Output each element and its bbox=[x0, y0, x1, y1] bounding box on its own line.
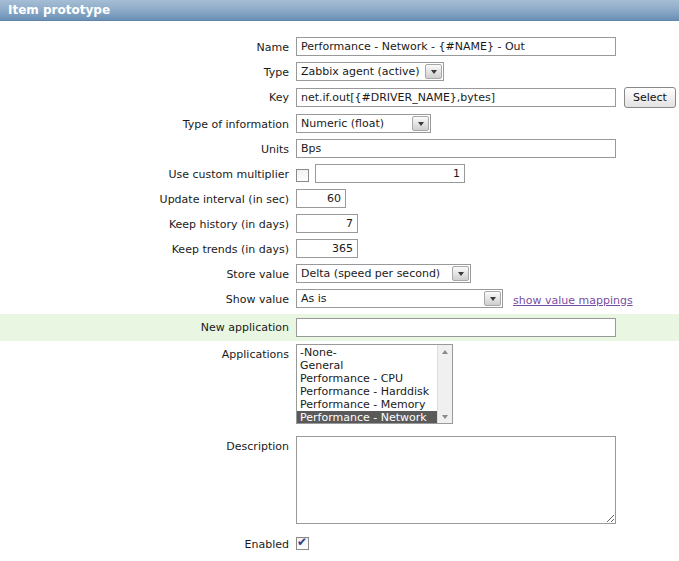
name-input[interactable] bbox=[296, 37, 616, 56]
keep-trends-input[interactable] bbox=[296, 239, 358, 258]
dropdown-arrow-icon[interactable] bbox=[484, 291, 501, 306]
key-input[interactable] bbox=[296, 88, 616, 107]
type-of-information-select[interactable]: Numeric (float) bbox=[296, 114, 431, 133]
key-label: Key bbox=[0, 87, 296, 104]
dropdown-arrow-icon[interactable] bbox=[425, 64, 442, 79]
show-value-select-value: As is bbox=[297, 290, 483, 307]
keep-trends-label: Keep trends (in days) bbox=[0, 239, 296, 256]
applications-option[interactable]: General bbox=[297, 359, 437, 372]
show-value-mappings-link[interactable]: show value mappings bbox=[513, 294, 633, 307]
update-interval-label: Update interval (in sec) bbox=[0, 189, 296, 206]
scroll-down-icon[interactable] bbox=[438, 410, 452, 423]
new-application-label: New application bbox=[0, 318, 296, 334]
store-value-row: Store value Delta (speed per second) bbox=[0, 264, 679, 283]
page-title: Item prototype bbox=[0, 0, 679, 21]
description-row: Description bbox=[0, 436, 679, 524]
units-row: Units bbox=[0, 139, 679, 158]
keep-history-row: Keep history (in days) bbox=[0, 214, 679, 233]
units-input[interactable] bbox=[296, 139, 616, 158]
use-custom-multiplier-label: Use custom multiplier bbox=[0, 164, 296, 181]
applications-row: Applications -None-GeneralPerformance - … bbox=[0, 344, 679, 424]
new-application-row: New application bbox=[0, 314, 679, 341]
enabled-checkbox[interactable] bbox=[296, 537, 309, 550]
units-label: Units bbox=[0, 139, 296, 156]
update-interval-row: Update interval (in sec) bbox=[0, 189, 679, 208]
applications-option[interactable]: -None- bbox=[297, 346, 437, 359]
store-value-label: Store value bbox=[0, 264, 296, 281]
type-row: Type Zabbix agent (active) bbox=[0, 62, 679, 81]
applications-listbox[interactable]: -None-GeneralPerformance - CPUPerformanc… bbox=[296, 344, 453, 424]
scroll-up-icon[interactable] bbox=[438, 345, 452, 358]
key-row: Key Select bbox=[0, 87, 679, 108]
type-select-value: Zabbix agent (active) bbox=[297, 63, 424, 80]
multiplier-input bbox=[315, 164, 465, 183]
show-value-label: Show value bbox=[0, 289, 296, 306]
show-value-row: Show value As is show value mappings bbox=[0, 289, 679, 308]
applications-options: -None-GeneralPerformance - CPUPerformanc… bbox=[297, 345, 437, 423]
description-label: Description bbox=[0, 436, 296, 453]
use-custom-multiplier-row: Use custom multiplier bbox=[0, 164, 679, 183]
applications-option[interactable]: Performance - Memory bbox=[297, 398, 437, 411]
item-prototype-form: Name Type Zabbix agent (active) Key Sele… bbox=[0, 21, 679, 551]
applications-scrollbar[interactable] bbox=[437, 345, 452, 423]
update-interval-input[interactable] bbox=[296, 189, 346, 208]
name-label: Name bbox=[0, 37, 296, 54]
type-label: Type bbox=[0, 62, 296, 79]
applications-option[interactable]: Performance - CPU bbox=[297, 372, 437, 385]
description-textarea[interactable] bbox=[296, 436, 616, 524]
keep-history-input[interactable] bbox=[296, 214, 358, 233]
enabled-row: Enabled bbox=[0, 537, 679, 551]
name-row: Name bbox=[0, 37, 679, 56]
enabled-label: Enabled bbox=[0, 537, 296, 551]
store-value-select-value: Delta (speed per second) bbox=[297, 265, 451, 282]
dropdown-arrow-icon[interactable] bbox=[412, 116, 429, 131]
new-application-input[interactable] bbox=[296, 318, 616, 337]
type-of-information-label: Type of information bbox=[0, 114, 296, 131]
applications-label: Applications bbox=[0, 344, 296, 361]
keep-trends-row: Keep trends (in days) bbox=[0, 239, 679, 258]
applications-option[interactable]: Performance - Harddisk bbox=[297, 385, 437, 398]
dropdown-arrow-icon[interactable] bbox=[452, 266, 469, 281]
type-select[interactable]: Zabbix agent (active) bbox=[296, 62, 444, 81]
show-value-select[interactable]: As is bbox=[296, 289, 503, 308]
keep-history-label: Keep history (in days) bbox=[0, 214, 296, 231]
store-value-select[interactable]: Delta (speed per second) bbox=[296, 264, 471, 283]
applications-option[interactable]: Performance - Network bbox=[297, 411, 437, 423]
type-of-information-select-value: Numeric (float) bbox=[297, 115, 411, 132]
select-button[interactable]: Select bbox=[624, 87, 676, 108]
use-custom-multiplier-checkbox[interactable] bbox=[296, 169, 309, 182]
type-of-information-row: Type of information Numeric (float) bbox=[0, 114, 679, 133]
